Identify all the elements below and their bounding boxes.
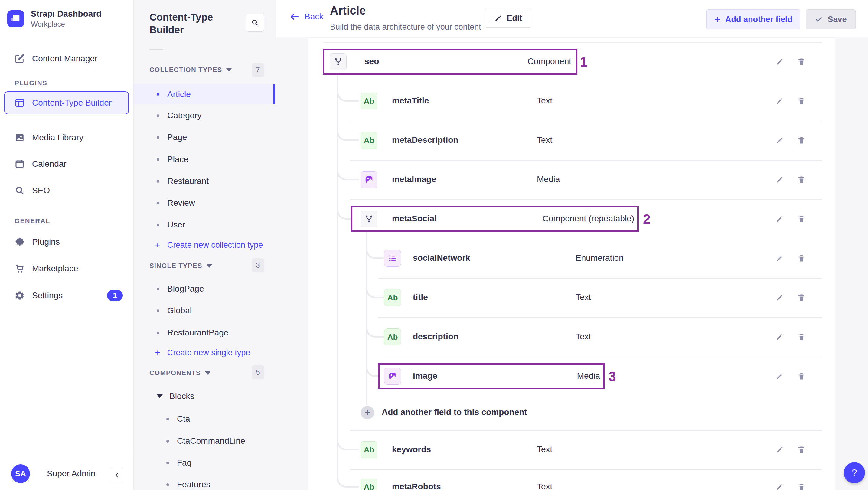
edit-field-icon[interactable]: [775, 333, 784, 341]
sidebar-item-plugins[interactable]: Plugins: [0, 230, 134, 254]
pencil-icon: [494, 14, 502, 22]
collection-item-review[interactable]: Review: [134, 193, 275, 213]
brand-subtitle: Workplace: [31, 20, 101, 28]
component-item-label: Faq: [177, 458, 191, 468]
search-button[interactable]: [246, 13, 264, 32]
page-subtitle: Build the data architecture of your cont…: [330, 22, 481, 32]
edit-field-icon[interactable]: [775, 136, 784, 145]
pen-square-icon: [14, 54, 25, 64]
collection-item-article[interactable]: Article: [134, 84, 275, 104]
avatar[interactable]: SA: [11, 464, 30, 483]
collapse-sidebar-button[interactable]: [110, 467, 123, 483]
save-button[interactable]: Save: [806, 9, 856, 29]
field-name: title: [413, 293, 428, 302]
component-item-ctacommandline[interactable]: CtaCommandLine: [134, 431, 275, 451]
edit-field-icon[interactable]: [775, 446, 784, 454]
sidebar-item-content-manager[interactable]: Content Manager: [0, 47, 134, 71]
plugins-section-label: PLUGINS: [14, 79, 47, 87]
collection-item-restaurant[interactable]: Restaurant: [134, 171, 275, 191]
sidebar-item-seo[interactable]: SEO: [0, 179, 134, 203]
edit-field-icon[interactable]: [775, 372, 784, 380]
components-header[interactable]: COMPONENTS: [149, 369, 211, 377]
page-title: Article: [330, 4, 366, 17]
component-item-features[interactable]: Features: [134, 474, 275, 490]
component-item-label: Features: [177, 480, 211, 489]
create-single-type-link[interactable]: + Create new single type: [134, 344, 275, 361]
delete-field-icon[interactable]: [797, 254, 806, 263]
component-type-icon: [330, 53, 347, 70]
back-link[interactable]: Back: [289, 11, 323, 22]
media-type-icon: [384, 368, 401, 385]
save-label: Save: [828, 15, 846, 24]
cart-icon: [14, 264, 25, 274]
edit-field-icon[interactable]: [775, 58, 784, 66]
create-collection-type-link[interactable]: + Create new collection type: [134, 237, 275, 253]
row-separator: [350, 430, 822, 431]
sidebar-item-marketplace[interactable]: Marketplace: [0, 256, 134, 281]
collection-types-header[interactable]: COLLECTION TYPES: [149, 66, 232, 74]
delete-field-icon[interactable]: [797, 136, 806, 145]
add-component-field-button[interactable]: +: [361, 406, 374, 419]
text-type-icon: Ab: [361, 441, 377, 458]
field-type: Media: [537, 175, 560, 184]
component-group-blocks[interactable]: Blocks: [134, 386, 275, 406]
component-item-cta[interactable]: Cta: [134, 409, 275, 429]
row-separator: [378, 317, 822, 318]
sidebar-item-media-library[interactable]: Media Library: [0, 125, 134, 150]
media-type-icon: [361, 171, 377, 188]
edit-button[interactable]: Edit: [485, 9, 531, 28]
enumeration-type-icon: [384, 250, 401, 267]
create-single-type-label: Create new single type: [167, 348, 250, 358]
arrow-left-icon: [289, 11, 300, 22]
edit-field-icon[interactable]: [775, 483, 784, 490]
delete-field-icon[interactable]: [797, 215, 806, 223]
edit-field-icon[interactable]: [775, 294, 784, 302]
edit-field-icon[interactable]: [775, 176, 784, 184]
edit-label: Edit: [507, 13, 522, 23]
delete-field-icon[interactable]: [797, 333, 806, 341]
row-separator: [350, 121, 822, 121]
bullet-icon: [157, 202, 159, 205]
delete-field-icon[interactable]: [797, 372, 806, 380]
field-type: Text: [537, 482, 552, 490]
annotation-2: 2: [643, 212, 650, 227]
brand: Strapi Dashboard Workplace: [7, 9, 101, 28]
sidebar-item-calendar[interactable]: Calendar: [0, 152, 134, 176]
delete-field-icon[interactable]: [797, 294, 806, 302]
edit-field-icon[interactable]: [775, 97, 784, 105]
collection-item-category[interactable]: Category: [134, 105, 275, 125]
layout-grid-icon: [14, 98, 25, 108]
field-type: Enumeration: [576, 253, 624, 263]
component-item-faq[interactable]: Faq: [134, 453, 275, 473]
plus-icon: +: [155, 240, 161, 251]
single-item-restaurantpage[interactable]: RestaurantPage: [134, 323, 275, 343]
highlight-box-image: [378, 363, 604, 389]
delete-field-icon[interactable]: [797, 97, 806, 105]
delete-field-icon[interactable]: [797, 176, 806, 184]
single-types-header[interactable]: SINGLE TYPES: [149, 262, 212, 270]
delete-field-icon[interactable]: [797, 483, 806, 490]
brand-title: Strapi Dashboard: [31, 9, 101, 19]
text-type-icon: Ab: [361, 93, 377, 110]
add-another-field-button[interactable]: + Add another field: [707, 9, 800, 29]
help-button[interactable]: ?: [844, 462, 865, 483]
collection-item-place[interactable]: Place: [134, 149, 275, 170]
bullet-icon: [166, 418, 169, 421]
single-item-global[interactable]: Global: [134, 301, 275, 320]
bullet-icon: [166, 483, 169, 486]
field-name: metaSocial: [392, 214, 437, 223]
sidebar-item-label: Content Manager: [32, 54, 97, 63]
collection-item-user[interactable]: User: [134, 215, 275, 235]
field-type: Text: [537, 135, 552, 145]
sidebar-item-content-type-builder[interactable]: Content-Type Builder: [4, 91, 129, 114]
single-item-blogpage[interactable]: BlogPage: [134, 279, 275, 299]
chevron-down-icon: [226, 68, 232, 72]
edit-field-icon[interactable]: [775, 254, 784, 263]
plus-icon: +: [714, 13, 720, 25]
bullet-icon: [157, 93, 159, 96]
delete-field-icon[interactable]: [797, 446, 806, 454]
delete-field-icon[interactable]: [797, 58, 806, 66]
edit-field-icon[interactable]: [775, 215, 784, 223]
add-component-field-label[interactable]: Add another field to this component: [382, 407, 527, 417]
collection-item-page[interactable]: Page: [134, 127, 275, 147]
